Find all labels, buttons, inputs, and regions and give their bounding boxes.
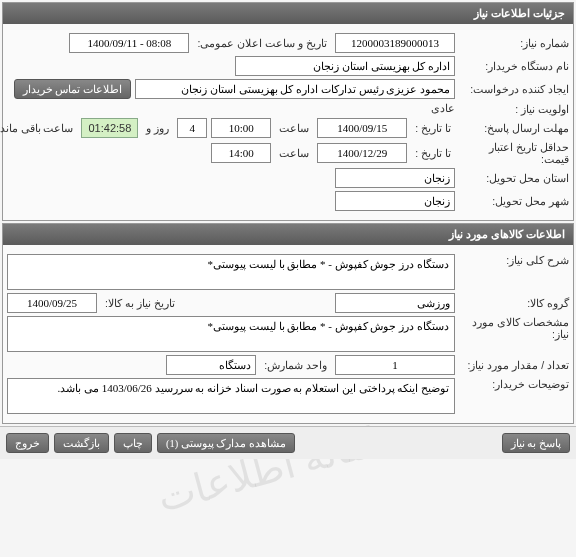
- contact-buyer-button[interactable]: اطلاعات تماس خریدار: [14, 79, 131, 99]
- notes-field[interactable]: [7, 378, 455, 414]
- deadline-date-field[interactable]: [317, 118, 407, 138]
- city-label: شهر محل تحویل:: [459, 195, 569, 207]
- footer-bar: خروج بازگشت چاپ مشاهده مدارک پیوستی (1) …: [0, 426, 576, 459]
- qty-label: تعداد / مقدار مورد نیاز:: [459, 359, 569, 371]
- validity-date-field[interactable]: [317, 143, 407, 163]
- remain-label: ساعت باقی مانده: [0, 122, 77, 134]
- exit-button[interactable]: خروج: [6, 433, 49, 453]
- notes-label: توضیحات خریدار:: [459, 378, 569, 390]
- panel1-title: جزئیات اطلاعات نیاز: [3, 3, 573, 24]
- creator-label: ایجاد کننده درخواست:: [459, 83, 569, 95]
- days-and-label: روز و: [142, 122, 173, 134]
- priority-value: عادی: [431, 102, 455, 115]
- priority-label: اولویت نیاز :: [459, 103, 569, 115]
- announce-field[interactable]: [69, 33, 189, 53]
- date-need-label: تاریخ نیاز به کالا:: [101, 297, 179, 309]
- need-number-field[interactable]: [335, 33, 455, 53]
- time-label-1: ساعت: [275, 122, 313, 134]
- province-field[interactable]: [335, 168, 455, 188]
- desc-field[interactable]: [7, 254, 455, 290]
- to-date-label-1: تا تاریخ :: [411, 122, 455, 134]
- buyer-field[interactable]: [235, 56, 455, 76]
- announce-label: تاریخ و ساعت اعلان عمومی:: [193, 37, 331, 49]
- respond-button[interactable]: پاسخ به نیاز: [502, 433, 570, 453]
- group-field[interactable]: [335, 293, 455, 313]
- city-field[interactable]: [335, 191, 455, 211]
- qty-field[interactable]: [335, 355, 455, 375]
- unit-label: واحد شمارش:: [260, 359, 331, 371]
- creator-field[interactable]: [135, 79, 455, 99]
- group-label: گروه کالا:: [459, 297, 569, 309]
- need-details-panel: جزئیات اطلاعات نیاز شماره نیاز: تاریخ و …: [2, 2, 574, 221]
- buyer-label: نام دستگاه خریدار:: [459, 60, 569, 72]
- back-button[interactable]: بازگشت: [54, 433, 109, 453]
- print-button[interactable]: چاپ: [114, 433, 152, 453]
- goods-info-panel: اطلاعات کالاهای مورد نیاز شرح کلی نیاز: …: [2, 223, 574, 424]
- deadline-time-field[interactable]: [211, 118, 271, 138]
- countdown-timer: 01:42:58: [81, 118, 138, 138]
- desc-label: شرح کلی نیاز:: [459, 254, 569, 266]
- time-label-2: ساعت: [275, 147, 313, 159]
- spec-field[interactable]: [7, 316, 455, 352]
- to-date-label-2: تا تاریخ :: [411, 147, 455, 159]
- date-need-field[interactable]: [7, 293, 97, 313]
- province-label: استان محل تحویل:: [459, 172, 569, 184]
- unit-field[interactable]: [166, 355, 256, 375]
- panel2-title: اطلاعات کالاهای مورد نیاز: [3, 224, 573, 245]
- spec-label: مشخصات کالای مورد نیاز:: [459, 316, 569, 340]
- validity-label: حداقل تاریخ اعتبار قیمت:: [459, 141, 569, 165]
- deadline-label: مهلت ارسال پاسخ:: [459, 122, 569, 134]
- need-number-label: شماره نیاز:: [459, 37, 569, 49]
- validity-time-field[interactable]: [211, 143, 271, 163]
- view-attachments-button[interactable]: مشاهده مدارک پیوستی (1): [157, 433, 295, 453]
- days-remain-field: [177, 118, 207, 138]
